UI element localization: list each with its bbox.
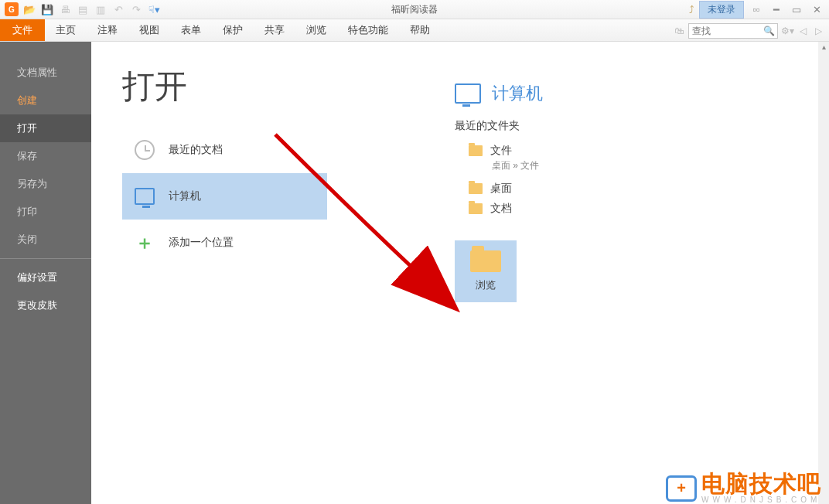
file-tab[interactable]: 文件 [0, 19, 45, 41]
detail-heading-label: 计算机 [492, 82, 543, 105]
folder-icon [469, 145, 483, 156]
sidebar-item-preferences[interactable]: 偏好设置 [0, 264, 91, 291]
qat-undo-icon[interactable]: ↶ [111, 2, 126, 17]
gear-icon[interactable]: ⚙▾ [781, 26, 793, 36]
tab-view[interactable]: 视图 [128, 19, 170, 41]
open-source-list: 最近的文档 计算机 ＋ 添加一个位置 [122, 127, 327, 266]
open-recent-docs-label: 最近的文档 [169, 143, 223, 157]
folder-path: 桌面 » 文件 [492, 159, 543, 172]
browse-button[interactable]: 浏览 [455, 240, 517, 302]
watermark-sub: WWW.DNJSB.COM [701, 495, 821, 504]
open-detail-column: 计算机 最近的文件夹 文件 桌面 » 文件 桌面 文档 浏览 [455, 82, 543, 302]
next-icon[interactable]: ▷ [812, 26, 824, 36]
close-icon[interactable]: ✕ [809, 4, 824, 15]
prev-icon[interactable]: ◁ [797, 26, 809, 36]
sidebar-item-open[interactable]: 打开 [0, 114, 91, 142]
qat-save-icon[interactable]: 💾 [39, 2, 55, 17]
sidebar-item-save[interactable]: 保存 [0, 142, 91, 170]
watermark: + 电脑技术吧 WWW.DNJSB.COM [666, 472, 821, 504]
qat-doc-icon[interactable]: ▤ [75, 2, 90, 17]
tab-browse[interactable]: 浏览 [295, 19, 337, 41]
browse-label: 浏览 [476, 278, 496, 292]
search-input[interactable] [692, 26, 763, 36]
search-wrap: 🔍 [688, 23, 778, 39]
open-computer-label: 计算机 [169, 189, 201, 203]
backstage-content: 打开 最近的文档 计算机 ＋ 添加一个位置 计算机 最近的文件夹 [91, 42, 829, 504]
plus-icon: ＋ [135, 233, 155, 253]
folder-icon [469, 203, 483, 214]
sidebar-item-create[interactable]: 创建 [0, 87, 91, 114]
backstage-sidebar: 文档属性 创建 打开 保存 另存为 打印 关闭 偏好设置 更改皮肤 [0, 42, 91, 504]
folder-name: 文件 [490, 144, 512, 158]
tab-annotate[interactable]: 注释 [87, 19, 128, 41]
maximize-icon[interactable]: ▭ [789, 4, 804, 15]
qat-hand-icon[interactable]: ☟▾ [146, 2, 162, 17]
sidebar-separator [0, 258, 91, 259]
ribbon-tabs: 文件 主页 注释 视图 表单 保护 共享 浏览 特色功能 帮助 🛍 🔍 ⚙▾ ◁… [0, 19, 829, 42]
scroll-up-icon[interactable]: ▴ [818, 42, 829, 53]
folder-item[interactable]: 文档 [455, 199, 543, 219]
tab-home[interactable]: 主页 [45, 19, 87, 41]
tab-help[interactable]: 帮助 [399, 19, 441, 41]
recent-folders-label: 最近的文件夹 [455, 119, 543, 133]
tab-form[interactable]: 表单 [170, 19, 212, 41]
qat-redo-icon[interactable]: ↷ [128, 2, 144, 17]
qat-print-icon[interactable]: 🖶 [57, 2, 73, 17]
window-title: 福昕阅读器 [391, 3, 438, 16]
main-area: 文档属性 创建 打开 保存 另存为 打印 关闭 偏好设置 更改皮肤 打开 最近的… [0, 42, 829, 504]
folder-item[interactable]: 文件 [455, 141, 543, 161]
app-icon: G [5, 2, 19, 16]
monitor-icon-large [455, 83, 481, 104]
login-button[interactable]: 未登录 [699, 1, 744, 19]
shopping-icon[interactable]: 🛍 [673, 26, 685, 36]
tab-features[interactable]: 特色功能 [337, 19, 399, 41]
sidebar-item-skin[interactable]: 更改皮肤 [0, 291, 91, 319]
sidebar-item-close[interactable]: 关闭 [0, 226, 91, 254]
open-recent-docs[interactable]: 最近的文档 [122, 127, 327, 173]
qat-open-icon[interactable]: 📂 [22, 2, 37, 17]
scrollbar[interactable]: ▴ [818, 42, 829, 504]
clock-icon [135, 140, 155, 160]
sidebar-item-print[interactable]: 打印 [0, 198, 91, 226]
folder-open-icon [470, 250, 501, 272]
sidebar-item-saveas[interactable]: 另存为 [0, 170, 91, 198]
open-add-location-label: 添加一个位置 [169, 236, 234, 250]
open-add-location[interactable]: ＋ 添加一个位置 [122, 220, 327, 266]
tab-share[interactable]: 共享 [254, 19, 295, 41]
search-icon[interactable]: 🔍 [763, 26, 775, 36]
sidebar-item-docprops[interactable]: 文档属性 [0, 59, 91, 87]
folder-icon [469, 183, 483, 194]
folder-item[interactable]: 桌面 [455, 179, 543, 199]
watermark-main: 电脑技术吧 [701, 472, 821, 495]
app-layout-icon[interactable]: ▫▫ [749, 4, 764, 15]
tab-protect[interactable]: 保护 [212, 19, 254, 41]
detail-heading: 计算机 [455, 82, 543, 105]
watermark-logo-icon: + [666, 475, 697, 502]
ribbon-collapse-icon[interactable]: ⤴ [689, 4, 694, 15]
minimize-icon[interactable]: ━ [769, 4, 784, 15]
qat-doc2-icon[interactable]: ▥ [93, 2, 108, 17]
open-computer[interactable]: 计算机 [122, 173, 327, 220]
folder-name: 桌面 [490, 182, 512, 196]
folder-name: 文档 [490, 202, 512, 216]
monitor-icon [135, 186, 155, 206]
quick-access-toolbar: 📂 💾 🖶 ▤ ▥ ↶ ↷ ☟▾ [22, 2, 162, 17]
title-bar: G 📂 💾 🖶 ▤ ▥ ↶ ↷ ☟▾ 福昕阅读器 ⤴ 未登录 ▫▫ ━ ▭ ✕ [0, 0, 829, 19]
